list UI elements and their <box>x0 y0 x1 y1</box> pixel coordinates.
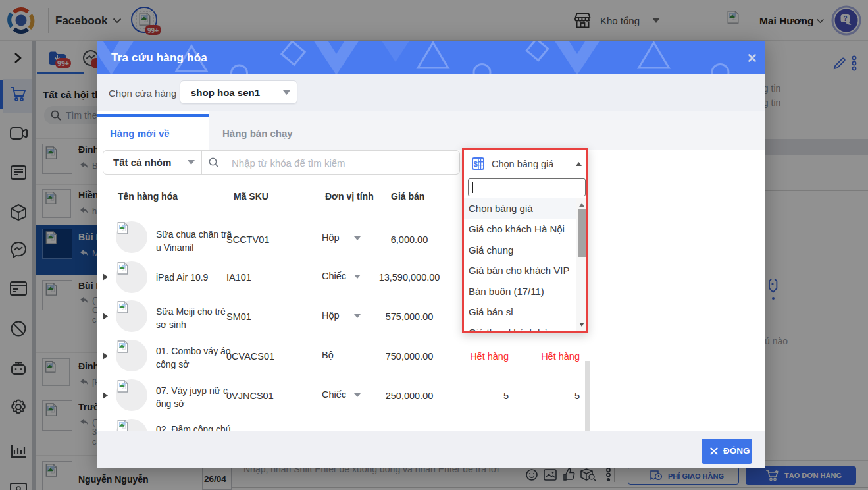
svg-text:$: $ <box>473 160 478 168</box>
